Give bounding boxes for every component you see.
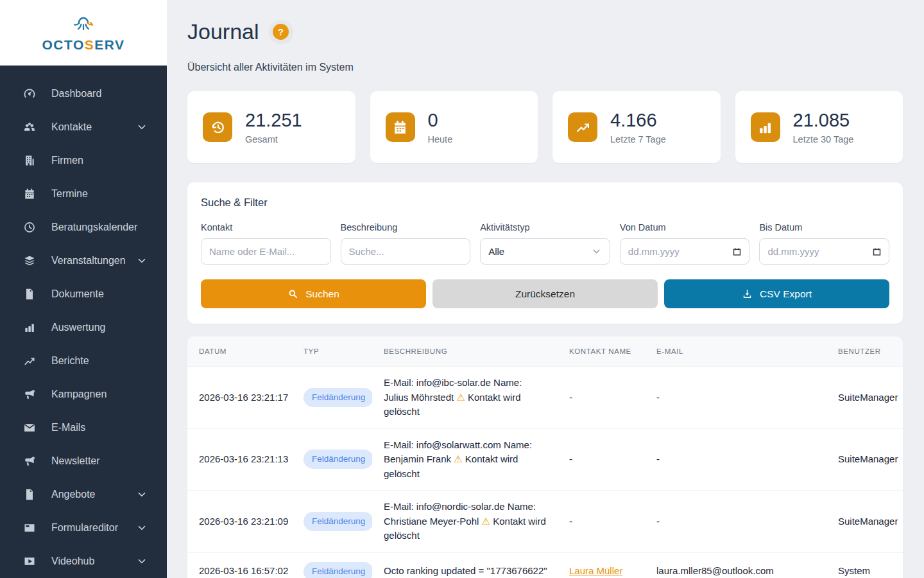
typ-badge: Feldänderung bbox=[304, 512, 372, 531]
sidebar-item-videohub[interactable]: Videohub bbox=[0, 545, 167, 578]
beschreibung-input[interactable] bbox=[341, 238, 471, 265]
column-header-benutzer: Benutzer bbox=[826, 337, 903, 367]
megaphone-icon bbox=[23, 455, 37, 468]
calendar-icon bbox=[23, 188, 37, 200]
document-icon bbox=[23, 288, 37, 301]
stat-value: 21.085 bbox=[793, 110, 854, 131]
help-icon: ? bbox=[273, 24, 289, 40]
stat-card: 4.166 Letzte 7 Tage bbox=[552, 91, 721, 163]
kontakt-input[interactable] bbox=[201, 238, 331, 265]
cell-email: laura.mller85@outlook.com bbox=[645, 552, 826, 578]
cell-datum: 2026-03-16 23:21:13 bbox=[187, 428, 292, 491]
sidebar-item-dokumente[interactable]: Dokumente bbox=[0, 277, 167, 311]
cell-kontakt-name: - bbox=[558, 491, 645, 553]
sidebar-item-label: Kampagnen bbox=[51, 389, 148, 400]
stat-card: 21.085 Letzte 30 Tage bbox=[735, 91, 903, 163]
von-datum-input[interactable] bbox=[620, 238, 750, 265]
column-header-kontakt-name: Kontakt Name bbox=[558, 337, 645, 367]
warning-icon: ⚠ bbox=[451, 453, 465, 464]
chevron-down-icon bbox=[136, 522, 148, 534]
table-header-row: DatumTypBeschreibungKontakt NameE-MailBe… bbox=[187, 337, 903, 367]
line-chart-icon bbox=[23, 355, 37, 367]
table-row: 2026-03-16 23:21:17 Feldänderung E-Mail:… bbox=[187, 367, 903, 429]
column-header-e-mail: E-Mail bbox=[645, 337, 826, 367]
search-button[interactable]: Suchen bbox=[201, 279, 426, 308]
sidebar-item-label: Dokumente bbox=[51, 288, 148, 300]
sidebar-item-label: Berichte bbox=[51, 355, 148, 367]
bis-datum-input[interactable] bbox=[759, 238, 889, 265]
journal-page: { "brand": { "word_primary": "OCTO", "wo… bbox=[0, 0, 924, 578]
sidebar-item-label: Angebote bbox=[51, 489, 136, 500]
von-datum-field-group: Von Datum bbox=[620, 222, 750, 265]
sidebar-item-kampagnen[interactable]: Kampagnen bbox=[0, 378, 167, 411]
cell-typ: Feldänderung bbox=[292, 428, 372, 491]
stat-label: Letzte 30 Tage bbox=[793, 134, 854, 144]
sidebar-item-kontakte[interactable]: Kontakte bbox=[0, 110, 167, 144]
logo-panel: OCTOSERV bbox=[0, 0, 167, 66]
csv-export-button[interactable]: CSV Export bbox=[664, 279, 889, 308]
main-content: Journal ? Übersicht aller Aktivitäten im… bbox=[167, 0, 924, 578]
sidebar-nav: Dashboard Kontakte Firmen Termine Beratu… bbox=[0, 66, 167, 578]
sidebar-item-label: Videohub bbox=[51, 556, 136, 567]
sidebar-item-label: Beratungskalender bbox=[51, 222, 148, 233]
cell-beschreibung: Octo ranking updated = "1773676622" bbox=[372, 552, 558, 578]
sidebar-item-auswertung[interactable]: Auswertung bbox=[0, 311, 167, 344]
typ-badge: Feldänderung bbox=[304, 388, 372, 407]
brand-wordmark: OCTOSERV bbox=[42, 38, 124, 51]
bis-datum-label: Bis Datum bbox=[759, 222, 889, 232]
typ-badge: Feldänderung bbox=[304, 562, 372, 578]
cell-beschreibung: E-Mail: info@ibc-solar.de Name: Julius M… bbox=[372, 367, 558, 429]
download-icon bbox=[742, 288, 753, 299]
help-button[interactable]: ? bbox=[269, 20, 293, 44]
history-icon bbox=[203, 112, 232, 142]
sidebar-item-label: Dashboard bbox=[51, 88, 148, 100]
sidebar-item-berichte[interactable]: Berichte bbox=[0, 344, 167, 378]
sidebar-item-label: Newsletter bbox=[51, 455, 148, 467]
sidebar-item-newsletter[interactable]: Newsletter bbox=[0, 444, 167, 478]
cell-kontakt-name: Laura Müller bbox=[558, 552, 645, 578]
bar-chart-icon bbox=[23, 321, 37, 334]
page-title: Journal bbox=[187, 19, 259, 44]
sidebar-item-beratungskalender[interactable]: Beratungskalender bbox=[0, 211, 167, 244]
building-icon bbox=[23, 154, 37, 167]
sidebar-item-dashboard[interactable]: Dashboard bbox=[0, 77, 167, 110]
chevron-down-icon bbox=[136, 255, 148, 267]
sidebar-item-firmen[interactable]: Firmen bbox=[0, 144, 167, 177]
stats-row: 21.251 Gesamt 0 Heute 4.166 Letzte 7 Tag… bbox=[187, 91, 903, 163]
sidebar-item-angebote[interactable]: Angebote bbox=[0, 478, 167, 511]
filter-title: Suche & Filter bbox=[201, 197, 889, 209]
warning-icon: ⚠ bbox=[479, 516, 493, 527]
stack-icon bbox=[23, 254, 37, 267]
aktivitaetstyp-select[interactable]: Alle bbox=[480, 238, 610, 265]
sidebar-item-label: Firmen bbox=[51, 155, 148, 166]
sidebar-item-formulareditor[interactable]: Formulareditor bbox=[0, 511, 167, 545]
calendar-icon bbox=[386, 112, 415, 142]
cell-beschreibung: E-Mail: info@solarwatt.com Name: Benjami… bbox=[372, 428, 558, 491]
warning-icon: ⚠ bbox=[454, 392, 468, 403]
stat-card: 0 Heute bbox=[370, 91, 538, 163]
chevron-down-icon bbox=[136, 121, 148, 133]
kontakt-label: Kontakt bbox=[201, 222, 331, 232]
column-header-typ: Typ bbox=[292, 337, 372, 367]
gauge-icon bbox=[23, 87, 37, 100]
table-row: 2026-03-16 23:21:09 Feldänderung E-Mail:… bbox=[187, 491, 903, 553]
cell-benutzer: SuiteManager bbox=[826, 491, 903, 553]
reset-button[interactable]: Zurücksetzen bbox=[432, 279, 658, 308]
cell-email: - bbox=[645, 491, 826, 553]
chevron-down-icon bbox=[136, 489, 148, 500]
sidebar-item-e-mails[interactable]: E-Mails bbox=[0, 411, 167, 444]
cell-typ: Feldänderung bbox=[292, 367, 372, 429]
aktivitaetstyp-selected-value: Alle bbox=[488, 246, 504, 257]
chevron-down-icon bbox=[591, 246, 602, 257]
sidebar-item-veranstaltungen[interactable]: Veranstaltungen bbox=[0, 244, 167, 277]
cell-datum: 2026-03-16 23:21:09 bbox=[187, 491, 292, 553]
sidebar-item-termine[interactable]: Termine bbox=[0, 177, 167, 211]
brand-logo[interactable]: OCTOSERV bbox=[42, 14, 124, 51]
contact-link[interactable]: Laura Müller bbox=[569, 565, 622, 576]
video-icon bbox=[23, 555, 37, 568]
cell-benutzer: SuiteManager bbox=[826, 428, 903, 491]
bar-chart-icon bbox=[751, 112, 780, 142]
aktivitaetstyp-field-group: Aktivitätstyp Alle bbox=[480, 222, 610, 265]
stat-label: Letzte 7 Tage bbox=[610, 134, 666, 144]
search-icon bbox=[287, 288, 298, 299]
